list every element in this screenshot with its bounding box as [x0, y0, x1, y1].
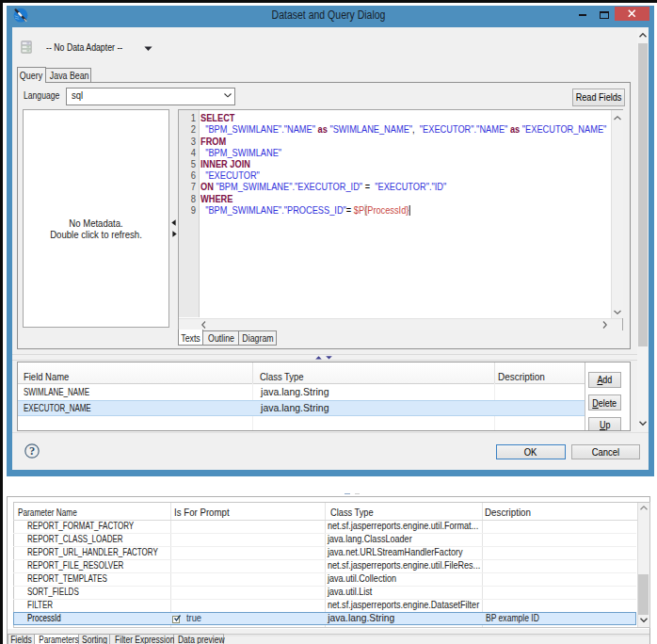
svg-text:?: ?	[29, 444, 35, 458]
